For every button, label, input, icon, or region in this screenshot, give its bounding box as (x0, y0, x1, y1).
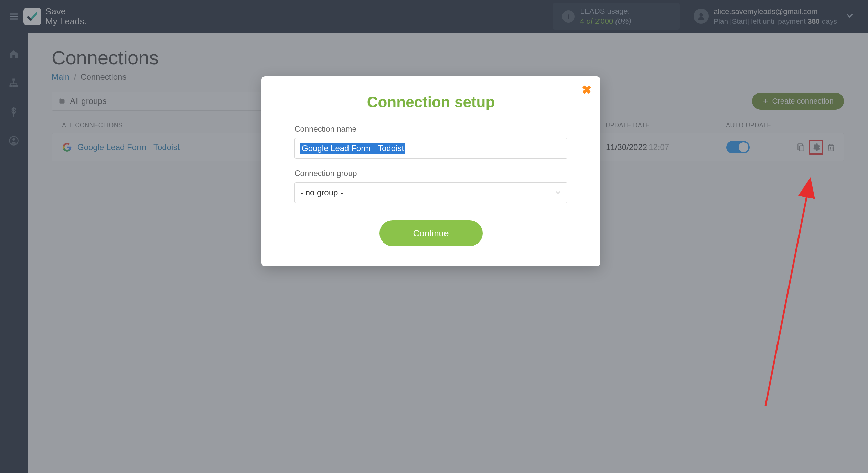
connection-name-input[interactable]: Google Lead Form - Todoist (294, 138, 567, 159)
connection-name-label: Connection name (294, 125, 567, 134)
chevron-down-icon (555, 189, 561, 196)
connection-setup-modal: ✖ Connection setup Connection name Googl… (261, 76, 600, 266)
modal-title: Connection setup (294, 94, 567, 111)
connection-group-label: Connection group (294, 169, 567, 178)
connection-group-select[interactable]: - no group - (294, 182, 567, 203)
connection-name-value: Google Lead Form - Todoist (300, 143, 405, 154)
modal-close-button[interactable]: ✖ (582, 84, 591, 96)
continue-button[interactable]: Continue (379, 220, 483, 246)
close-icon: ✖ (582, 83, 591, 96)
connection-group-value: - no group - (300, 188, 343, 197)
